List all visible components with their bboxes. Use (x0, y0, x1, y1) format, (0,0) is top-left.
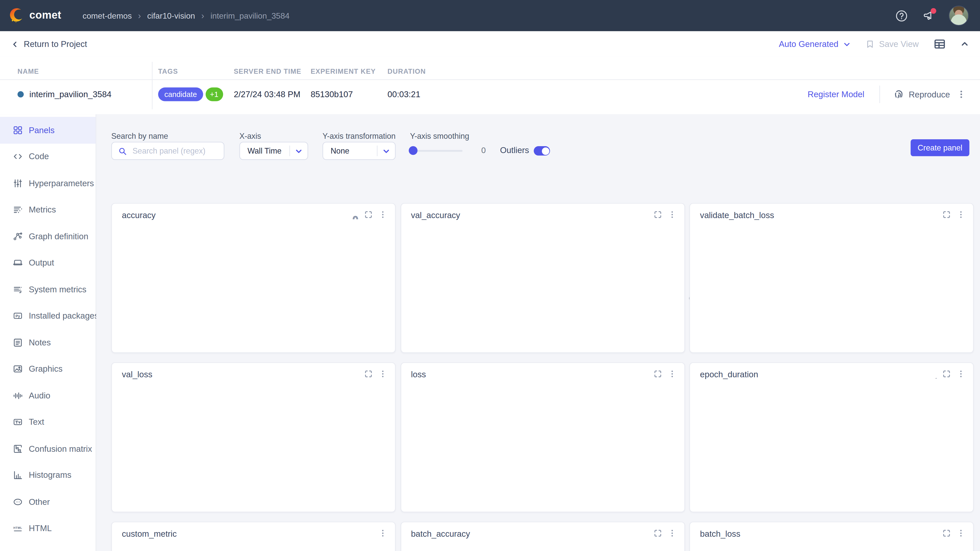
kebab-icon[interactable] (956, 89, 966, 99)
column-header-experiment-key: EXPERIMENT KEY (310, 67, 375, 75)
lock-icon[interactable]: 15:46:0015:46:3015:47:0015:47:3015:48:00… (349, 369, 359, 379)
lock-icon[interactable]: 15:46:0015:46:3015:47:0015:47:3015:48:00… (928, 210, 937, 219)
sidebar-item-panels[interactable]: Panels (0, 117, 96, 143)
save-view-button[interactable]: Save View (866, 39, 919, 49)
sidebar-item-graphics[interactable]: Graphics (0, 356, 96, 383)
panel-header: val_loss 15:46:0015:46:3015:47:0015:47:3… (112, 363, 395, 382)
column-header-name: NAME (18, 67, 39, 75)
sidebar-item-hyperparameters[interactable]: Hyperparameters (0, 170, 96, 197)
kebab-icon[interactable] (378, 369, 388, 379)
lock-icon[interactable]: 15:46:0015:46:3015:47:0015:47:3015:48:00… (638, 210, 648, 219)
reproduce-button[interactable]: Reproduce (894, 89, 950, 99)
kebab-icon[interactable] (956, 210, 966, 219)
kebab-icon[interactable] (667, 210, 676, 219)
sidebar-item-histograms[interactable]: Histograms (0, 462, 96, 489)
expand-icon[interactable] (653, 529, 662, 538)
sidebar-item-metrics[interactable]: Metrics (0, 197, 96, 223)
panel-val_accuracy: val_accuracy 15:46:0015:46:3015:47:0015:… (401, 203, 685, 353)
slider-knob[interactable] (409, 146, 417, 155)
return-label: Return to Project (24, 39, 87, 49)
sidebar-item-audio[interactable]: Audio (0, 383, 96, 409)
lock-icon[interactable]: 15:46:0015:46:3015:47:0015:47:3015:48:00… (349, 210, 359, 219)
confusion-matrix-icon (13, 443, 23, 454)
panel-chart (690, 382, 974, 507)
panel-chart (112, 222, 396, 348)
sidebar-item-label: Output (29, 258, 54, 268)
sidebar-item-label: Confusion matrix (29, 444, 92, 454)
outliers-toggle[interactable] (534, 146, 550, 156)
expand-icon[interactable] (364, 369, 373, 379)
panel-actions: 15:46:0015:46:3015:47:0015:47:3015:48:00… (349, 369, 387, 379)
announcements-icon[interactable] (922, 9, 935, 22)
panel-title: val_loss (122, 370, 152, 380)
smoothing-slider[interactable] (410, 146, 470, 156)
sidebar-item-output[interactable]: Output (0, 249, 96, 276)
kebab-icon[interactable] (956, 369, 966, 379)
sidebar-item-code[interactable]: Code (0, 143, 96, 170)
lock-icon[interactable]: 15:46:0015:46:3015:47:0015:47:3015:48:00… (638, 529, 648, 538)
sidebar-item-html[interactable]: HTMLHTML (0, 515, 96, 541)
panel-actions: 15:46:0015:46:3015:47:0015:47:3015:48:00… (638, 210, 676, 219)
panel-custom_metric: custom_metric 15:46:0015:46:3015:47:0015… (111, 522, 396, 551)
create-panel-button[interactable]: Create panel (911, 139, 969, 156)
svg-text:Py: Py (16, 314, 21, 318)
lock-icon[interactable]: 15:46:0015:46:3015:47:0015:47:3015:48:00… (638, 369, 648, 379)
search-input[interactable] (131, 146, 224, 156)
table-view-icon[interactable] (934, 38, 946, 50)
kebab-icon[interactable] (667, 529, 676, 538)
audio-icon (13, 390, 23, 401)
panel-batch_loss: batch_loss 15:46:0015:46:3015:47:0015:47… (689, 522, 974, 551)
kebab-icon[interactable] (956, 529, 966, 538)
panel-validate_batch_loss: validate_batch_loss 15:46:0015:46:3015:4… (689, 203, 974, 353)
panel-title: validate_batch_loss (700, 210, 774, 220)
hyperparameters-icon (13, 178, 23, 189)
expand-icon[interactable] (942, 210, 951, 219)
bookmark-icon (866, 39, 875, 49)
sidebar-item-text[interactable]: Text (0, 409, 96, 435)
column-header-duration: DURATION (387, 67, 426, 75)
sidebar-item-installed-packages[interactable]: PyInstalled packages (0, 303, 96, 329)
experiment-color-dot (18, 91, 24, 97)
kebab-icon[interactable] (378, 529, 388, 538)
lock-icon[interactable]: 15:46:0015:46:3015:47:0015:47:3015:48:00… (928, 369, 937, 379)
panel-header: batch_accuracy 15:46:0015:46:3015:47:001… (401, 522, 684, 541)
ytransform-select[interactable]: None (323, 142, 396, 160)
expand-icon[interactable] (653, 369, 662, 379)
view-selector-dropdown[interactable]: Auto Generated (779, 39, 851, 49)
breadcrumb-project[interactable]: cifar10-vision (147, 11, 195, 21)
expand-icon[interactable]: 15:46:0015:46:3015:47:0015:47:3015:48:00… (364, 529, 373, 538)
panel-title: accuracy (122, 210, 156, 220)
panel-actions: 15:46:0015:46:3015:47:0015:47:3015:48:00… (349, 210, 387, 219)
text-icon (13, 417, 23, 427)
kebab-icon[interactable] (378, 210, 388, 219)
expand-icon[interactable] (653, 210, 662, 219)
toggle-knob (542, 147, 549, 155)
sidebar-item-confusion-matrix[interactable]: Confusion matrix (0, 435, 96, 462)
histograms-icon (13, 470, 23, 481)
caret-up-icon[interactable] (961, 40, 969, 48)
breadcrumb-workspace[interactable]: comet-demos (83, 11, 132, 21)
server-end-time-value: 2/27/24 03:48 PM (234, 89, 301, 99)
expand-icon[interactable] (942, 369, 951, 379)
chevron-down-icon (295, 147, 302, 155)
sidebar-item-graph-definition[interactable]: Graph definition (0, 223, 96, 249)
user-avatar[interactable] (949, 6, 969, 25)
panel-actions: 15:46:0015:46:3015:47:0015:47:3015:48:00… (928, 210, 966, 219)
sidebar-item-notes[interactable]: Notes (0, 329, 96, 356)
panel-header: accuracy 15:46:0015:46:3015:47:0015:47:3… (112, 203, 395, 222)
expand-icon[interactable] (942, 529, 951, 538)
lock-icon[interactable]: 15:46:0015:46:3015:47:0015:47:3015:48:00… (928, 529, 937, 538)
tag-candidate: candidate (158, 87, 203, 101)
sidebar-item-system-metrics[interactable]: System metrics (0, 276, 96, 303)
expand-icon[interactable] (364, 210, 373, 219)
help-icon[interactable] (895, 9, 908, 22)
sidebar-item-other[interactable]: Other (0, 489, 96, 515)
comet-logo[interactable]: comet (9, 7, 61, 24)
register-model-button[interactable]: Register Model (808, 89, 864, 99)
view-selector-value: Auto Generated (779, 39, 838, 49)
divider (290, 146, 290, 156)
experiment-key-link[interactable]: 85130b107 (310, 89, 353, 99)
return-to-project-button[interactable]: Return to Project (11, 39, 87, 49)
xaxis-select[interactable]: Wall Time (239, 142, 308, 160)
kebab-icon[interactable] (667, 369, 676, 379)
